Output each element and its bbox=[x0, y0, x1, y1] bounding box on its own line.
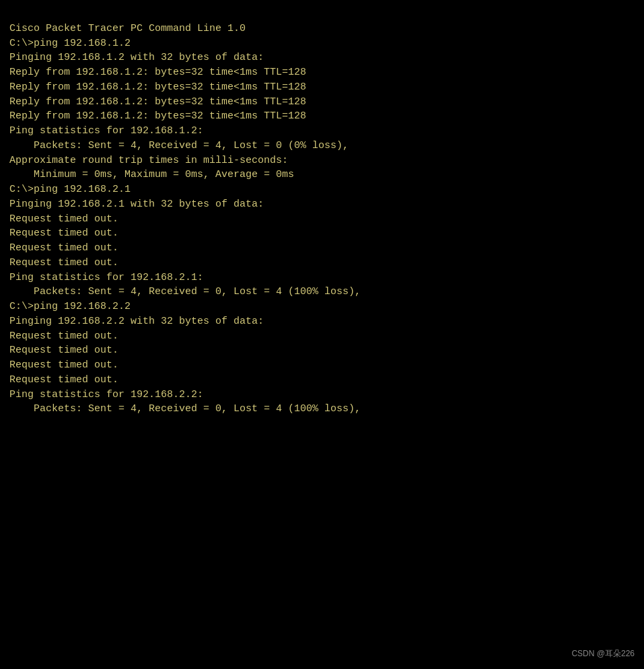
terminal-line: Ping statistics for 192.168.2.2: bbox=[9, 388, 635, 402]
terminal-line: Ping statistics for 192.168.2.1: bbox=[9, 271, 635, 285]
terminal-line: Request timed out. bbox=[9, 256, 635, 271]
terminal-line: Request timed out. bbox=[9, 329, 635, 344]
terminal-line: Pinging 192.168.2.2 with 32 bytes of dat… bbox=[9, 314, 635, 329]
terminal-line: Request timed out. bbox=[9, 212, 635, 227]
terminal-line: Request timed out. bbox=[9, 343, 635, 358]
terminal-line: C:\>ping 192.168.1.2 bbox=[9, 36, 635, 51]
terminal-line: Request timed out. bbox=[9, 373, 635, 388]
terminal-line: Reply from 192.168.1.2: bytes=32 time<1m… bbox=[9, 80, 635, 95]
terminal-output: Cisco Packet Tracer PC Command Line 1.0C… bbox=[9, 7, 635, 417]
terminal-line: Reply from 192.168.1.2: bytes=32 time<1m… bbox=[9, 95, 635, 110]
terminal-line: Reply from 192.168.1.2: bytes=32 time<1m… bbox=[9, 65, 635, 80]
terminal-line: Packets: Sent = 4, Received = 4, Lost = … bbox=[9, 139, 635, 153]
terminal-line: C:\>ping 192.168.2.2 bbox=[9, 300, 635, 314]
watermark: CSDN @耳朵226 bbox=[571, 648, 635, 660]
terminal-line: Request timed out. bbox=[9, 241, 635, 256]
terminal-line: Reply from 192.168.1.2: bytes=32 time<1m… bbox=[9, 109, 635, 124]
terminal-line: Cisco Packet Tracer PC Command Line 1.0 bbox=[9, 22, 635, 36]
terminal-line: Request timed out. bbox=[9, 358, 635, 373]
terminal-line: Minimum = 0ms, Maximum = 0ms, Average = … bbox=[9, 168, 635, 182]
terminal-line: Pinging 192.168.2.1 with 32 bytes of dat… bbox=[9, 197, 635, 212]
terminal-line: Request timed out. bbox=[9, 226, 635, 241]
terminal-line: Ping statistics for 192.168.1.2: bbox=[9, 124, 635, 139]
terminal-line: C:\>ping 192.168.2.1 bbox=[9, 182, 635, 197]
terminal-line: Approximate round trip times in milli-se… bbox=[9, 153, 635, 168]
terminal-line: Packets: Sent = 4, Received = 0, Lost = … bbox=[9, 402, 635, 417]
terminal-line: Pinging 192.168.1.2 with 32 bytes of dat… bbox=[9, 50, 635, 65]
terminal-line: Packets: Sent = 4, Received = 0, Lost = … bbox=[9, 285, 635, 300]
